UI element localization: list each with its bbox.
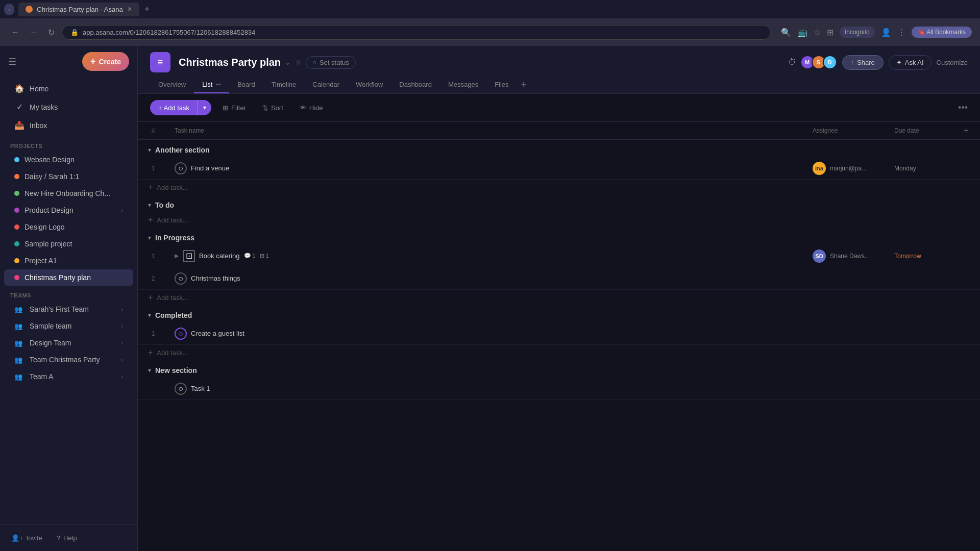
incognito-badge: Incognito	[840, 27, 875, 38]
sidebar-item-sample-team[interactable]: 👥 Sample team ›	[4, 318, 133, 334]
add-task-inline-row[interactable]: + Add task...	[138, 290, 980, 305]
tab-calendar[interactable]: Calendar	[304, 77, 348, 93]
tab-workflow[interactable]: Workflow	[348, 77, 391, 93]
section-header-todo[interactable]: ▾ To do	[138, 195, 980, 212]
table-row[interactable]: 2 ○ Christmas things	[138, 267, 980, 290]
section-chevron-icon[interactable]: ▾	[148, 234, 151, 241]
menu-icon[interactable]: ⋮	[897, 28, 905, 37]
hide-button[interactable]: 👁 Hide	[295, 101, 328, 115]
star-icon[interactable]: ☆	[814, 28, 821, 37]
content-toolbar: + Add task ▾ ⊞ Filter ⇅ Sort 👁 Hide •••	[138, 94, 980, 122]
filter-button[interactable]: ⊞ Filter	[217, 101, 251, 115]
sidebar-item-home[interactable]: 🏠 Home	[4, 80, 133, 97]
sidebar-item-christmas-party[interactable]: Christmas Party plan	[4, 269, 133, 286]
title-dropdown-icon[interactable]: ⌄	[285, 58, 291, 66]
timer-icon-button[interactable]: ⏱	[786, 56, 798, 69]
add-task-inline-row[interactable]: + Add task...	[138, 345, 980, 360]
add-task-inline-row[interactable]: + Add task...	[138, 180, 980, 195]
task-checkbox[interactable]: ○	[175, 328, 187, 340]
back-forward-group[interactable]: ‹	[4, 4, 14, 15]
back-button[interactable]: ←	[8, 26, 22, 39]
section-chevron-icon[interactable]: ▾	[148, 367, 151, 374]
table-row[interactable]: 1 ▶ ⊡ Book catering 💬 1 ⊞ 1 SD Shane Daw…	[138, 245, 980, 267]
expand-arrow-icon: ›	[121, 323, 123, 329]
table-row[interactable]: 1 ○ Create a guest list	[138, 322, 980, 345]
sidebar-item-inbox[interactable]: 📥 Inbox	[4, 116, 133, 134]
task-checkbox[interactable]: ○	[175, 272, 187, 285]
tab-timeline[interactable]: Timeline	[263, 77, 305, 93]
sidebar-icon[interactable]: ⊞	[827, 28, 834, 37]
title-favorite-icon[interactable]: ☆	[295, 58, 302, 66]
sidebar-item-daisy-sarah[interactable]: Daisy / Sarah 1:1	[4, 168, 133, 185]
profile-icon[interactable]: 👤	[881, 28, 891, 37]
section-chevron-icon[interactable]: ▾	[148, 312, 151, 319]
share-button[interactable]: ↑ Share	[842, 55, 884, 70]
col-add-column[interactable]: +	[960, 122, 980, 139]
address-bar[interactable]: 🔒	[62, 25, 771, 40]
task-checkbox[interactable]: ○	[175, 162, 187, 174]
project-color-dot	[14, 241, 19, 246]
add-task-dropdown-button[interactable]: ▾	[198, 101, 211, 115]
tab-overview[interactable]: Overview	[150, 77, 194, 93]
sidebar-item-design-team[interactable]: 👥 Design Team ›	[4, 335, 133, 351]
new-tab-button[interactable]: +	[141, 4, 153, 15]
task-content: ○ Create a guest list	[168, 323, 806, 344]
sidebar-item-team-christmas-party[interactable]: 👥 Team Christmas Party ›	[4, 352, 133, 368]
all-bookmarks-button[interactable]: 🔖 All Bookmarks	[912, 27, 972, 38]
set-status-button[interactable]: ○ Set status	[306, 56, 356, 69]
more-options-button[interactable]: •••	[958, 103, 968, 113]
tab-messages[interactable]: Messages	[440, 77, 486, 93]
sidebar-item-sarahs-first-team[interactable]: 👥 Sarah's First Team ›	[4, 301, 133, 317]
task-assignee	[806, 330, 888, 338]
sidebar-item-website-design[interactable]: Website Design	[4, 152, 133, 168]
forward-button[interactable]: →	[27, 26, 41, 39]
sidebar-item-sample-project[interactable]: Sample project	[4, 236, 133, 252]
expand-arrow-icon: ›	[121, 340, 123, 346]
tab-close-button[interactable]: ✕	[127, 6, 132, 13]
add-tab-button[interactable]: +	[517, 78, 531, 92]
invite-button[interactable]: 👤+ Invite	[6, 531, 47, 545]
project-color-dot	[14, 174, 19, 179]
task-checkbox[interactable]: ○	[175, 383, 187, 395]
cast-icon[interactable]: 📺	[797, 28, 807, 37]
task-checkbox[interactable]: ⊡	[183, 250, 195, 262]
create-button[interactable]: + Create	[82, 52, 129, 71]
section-chevron-icon[interactable]: ▾	[148, 202, 151, 209]
table-row[interactable]: ○ Task 1	[138, 378, 980, 400]
ai-icon: ✦	[896, 59, 902, 66]
sidebar-item-my-tasks[interactable]: ✓ My tasks	[4, 98, 133, 116]
sidebar-toggle-button[interactable]: ☰	[8, 56, 16, 67]
tab-board[interactable]: Board	[229, 77, 263, 93]
section-header-completed[interactable]: ▾ Completed	[138, 305, 980, 322]
reload-button[interactable]: ↻	[45, 26, 58, 39]
table-row[interactable]: 1 ○ Find a venue ma marjun@pa... Monday	[138, 157, 980, 180]
task-expand-button[interactable]: ▶	[175, 253, 179, 259]
add-task-main-button[interactable]: + Add task	[150, 101, 198, 115]
sidebar-item-new-hire[interactable]: New Hire Onboarding Ch...	[4, 185, 133, 202]
search-icon[interactable]: 🔍	[781, 28, 791, 37]
tab-dashboard[interactable]: Dashboard	[391, 77, 440, 93]
add-task-inline-row[interactable]: + Add task...	[138, 212, 980, 228]
ask-ai-button[interactable]: ✦ Ask AI	[889, 55, 932, 70]
section-chevron-icon[interactable]: ▾	[148, 146, 151, 154]
sidebar-item-product-design[interactable]: Product Design ›	[4, 202, 133, 218]
section-header-in-progress[interactable]: ▾ In Progress	[138, 228, 980, 245]
customize-button[interactable]: Customize	[937, 59, 968, 66]
browser-nav-bar: ← → ↻ 🔒 🔍 📺 ☆ ⊞ Incognito 👤 ⋮ 🔖 All Book…	[0, 18, 980, 46]
sidebar-item-design-logo[interactable]: Design Logo	[4, 219, 133, 235]
section-header-another[interactable]: ▾ Another section	[138, 140, 980, 157]
url-input[interactable]	[83, 29, 762, 36]
column-headers: # Task name Assignee Due date +	[138, 122, 980, 140]
sidebar-item-project-a1[interactable]: Project A1	[4, 253, 133, 269]
sort-button[interactable]: ⇅ Sort	[257, 101, 288, 115]
add-task-button-group: + Add task ▾	[150, 100, 211, 115]
project-color-dot	[14, 224, 19, 230]
team-icon: 👥	[14, 339, 24, 347]
tab-files[interactable]: Files	[486, 77, 517, 93]
sidebar-item-team-a[interactable]: 👥 Team A ›	[4, 368, 133, 385]
main-content: ≡ Christmas Party plan ⌄ ☆ ○ Set status …	[138, 46, 980, 551]
section-header-new[interactable]: ▾ New section	[138, 360, 980, 378]
tab-list[interactable]: List •••	[194, 77, 229, 93]
help-button[interactable]: ? Help	[52, 531, 82, 545]
active-tab[interactable]: Christmas Party plan - Asana ✕	[18, 3, 139, 16]
